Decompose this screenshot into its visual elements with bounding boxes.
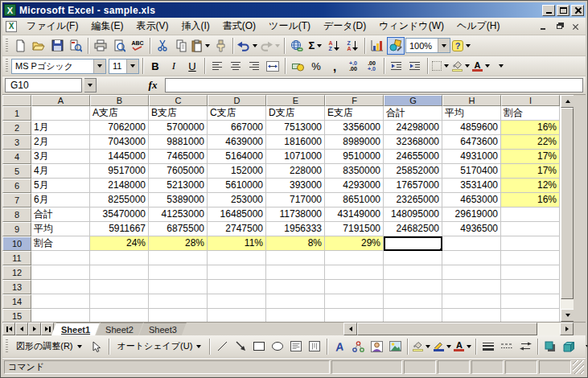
column-header-H[interactable]: H xyxy=(442,95,501,106)
cell-C7[interactable]: 5389000 xyxy=(149,193,208,207)
font-name-combo[interactable]: MS Pゴシック xyxy=(11,59,106,74)
cell-H8[interactable]: 29619000 xyxy=(442,207,501,222)
first-sheet-button[interactable] xyxy=(2,323,15,335)
cell-H5[interactable]: 5170400 xyxy=(442,164,501,179)
shape-font-color-button[interactable]: A xyxy=(453,338,472,355)
cell-C11[interactable] xyxy=(149,251,208,265)
cell-E7[interactable]: 717000 xyxy=(266,193,325,207)
cell-A14[interactable] xyxy=(31,294,90,309)
cell-B3[interactable]: 7043000 xyxy=(90,135,149,150)
zoom-combo[interactable]: 100% xyxy=(405,38,450,53)
cell-I13[interactable] xyxy=(501,280,560,294)
italic-button[interactable]: I xyxy=(165,57,183,75)
cell-C12[interactable] xyxy=(149,265,208,280)
cell-E12[interactable] xyxy=(266,265,325,280)
cell-D14[interactable] xyxy=(208,294,266,309)
select-objects-button[interactable] xyxy=(88,338,105,355)
sheet-tab-sheet2[interactable]: Sheet2 xyxy=(96,323,143,335)
vertical-scroll-thumb[interactable] xyxy=(561,108,574,299)
cell-F14[interactable] xyxy=(325,294,384,309)
cell-F13[interactable] xyxy=(325,280,384,294)
cell-E14[interactable] xyxy=(266,294,325,309)
sort-descending-button[interactable]: ZA xyxy=(343,37,361,55)
percent-style-button[interactable]: % xyxy=(307,57,325,75)
name-box[interactable]: G10 xyxy=(5,78,82,92)
fill-color-button[interactable] xyxy=(450,57,471,75)
cell-F4[interactable]: 9510000 xyxy=(325,150,384,164)
cell-B1[interactable]: A支店 xyxy=(90,106,149,121)
arrow-tool-button[interactable] xyxy=(232,338,249,355)
comma-style-button[interactable]: , xyxy=(326,57,343,75)
cell-A8[interactable]: 合計 xyxy=(31,207,90,222)
fill-color-dropdown-icon[interactable] xyxy=(426,345,430,348)
cell-A2[interactable]: 1月 xyxy=(31,121,90,135)
undo-button[interactable] xyxy=(236,37,258,55)
resize-grip[interactable] xyxy=(573,360,584,374)
vertical-scrollbar[interactable] xyxy=(560,95,574,322)
cell-B5[interactable]: 9517000 xyxy=(90,164,149,179)
scroll-down-button[interactable] xyxy=(561,309,574,322)
cell-B12[interactable] xyxy=(90,265,149,280)
undo-dropdown-icon[interactable] xyxy=(253,44,257,47)
horizontal-scroll-track[interactable] xyxy=(537,323,560,335)
cell-H6[interactable]: 3531400 xyxy=(442,179,501,193)
cell-C10[interactable]: 28% xyxy=(149,236,208,251)
cell-A12[interactable] xyxy=(31,265,90,280)
cell-G13[interactable] xyxy=(384,280,442,294)
toolbar-grip[interactable] xyxy=(6,59,8,73)
cell-I2[interactable]: 16% xyxy=(501,121,560,135)
chart-wizard-button[interactable] xyxy=(368,37,386,55)
cell-I8[interactable] xyxy=(501,207,560,222)
scroll-right-button[interactable] xyxy=(560,323,574,335)
cell-I12[interactable] xyxy=(501,265,560,280)
save-button[interactable] xyxy=(48,37,66,55)
cell-A1[interactable] xyxy=(31,106,90,121)
cell-I15[interactable] xyxy=(501,309,560,322)
cell-C2[interactable]: 5700000 xyxy=(149,121,208,135)
cell-D9[interactable]: 2747500 xyxy=(208,222,266,236)
cell-E13[interactable] xyxy=(266,280,325,294)
threed-style-button[interactable] xyxy=(560,338,578,355)
cell-D5[interactable]: 152000 xyxy=(208,164,266,179)
cell-D2[interactable]: 667000 xyxy=(208,121,266,135)
cell-A6[interactable]: 5月 xyxy=(31,179,90,193)
search-button[interactable] xyxy=(67,37,84,55)
cell-F15[interactable] xyxy=(325,309,384,322)
zoom-dropdown[interactable] xyxy=(438,39,450,52)
arrow-style-button[interactable] xyxy=(516,338,534,355)
cell-G9[interactable]: 24682500 xyxy=(384,222,442,236)
cell-D10[interactable]: 11% xyxy=(208,236,266,251)
sort-ascending-button[interactable]: AZ xyxy=(325,37,343,55)
borders-dropdown-icon[interactable] xyxy=(444,64,449,68)
cell-I14[interactable] xyxy=(501,294,560,309)
name-box-dropdown[interactable] xyxy=(84,78,97,92)
cell-E11[interactable] xyxy=(266,251,325,265)
align-left-button[interactable] xyxy=(208,57,226,75)
font-color-dropdown-icon[interactable] xyxy=(467,345,471,348)
cell-G14[interactable] xyxy=(384,294,442,309)
cell-B7[interactable]: 8255000 xyxy=(90,193,149,207)
cell-C1[interactable]: B支店 xyxy=(149,106,208,121)
cell-H9[interactable]: 4936500 xyxy=(442,222,501,236)
shape-fill-color-button[interactable] xyxy=(411,338,431,355)
cell-H11[interactable] xyxy=(442,251,501,265)
last-sheet-button[interactable] xyxy=(41,323,54,335)
borders-button[interactable] xyxy=(431,57,450,75)
cell-E5[interactable]: 228000 xyxy=(266,164,325,179)
cell-C3[interactable]: 9881000 xyxy=(149,135,208,150)
minimize-button[interactable] xyxy=(542,5,555,16)
cell-B8[interactable]: 35470000 xyxy=(90,207,149,222)
cell-B6[interactable]: 2148000 xyxy=(90,179,149,193)
cell-D15[interactable] xyxy=(208,309,266,322)
row-header-10[interactable]: 10 xyxy=(2,236,31,251)
column-header-B[interactable]: B xyxy=(90,95,149,106)
cell-E1[interactable]: D支店 xyxy=(266,106,325,121)
close-button[interactable] xyxy=(571,5,584,16)
cell-I4[interactable]: 17% xyxy=(501,150,560,164)
doc-restore-button[interactable] xyxy=(553,22,565,31)
paste-button[interactable] xyxy=(191,37,211,55)
cell-E2[interactable]: 7513000 xyxy=(266,121,325,135)
line-color-button[interactable] xyxy=(432,338,452,355)
row-header-1[interactable]: 1 xyxy=(2,106,31,121)
font-size-dropdown[interactable] xyxy=(126,60,138,73)
